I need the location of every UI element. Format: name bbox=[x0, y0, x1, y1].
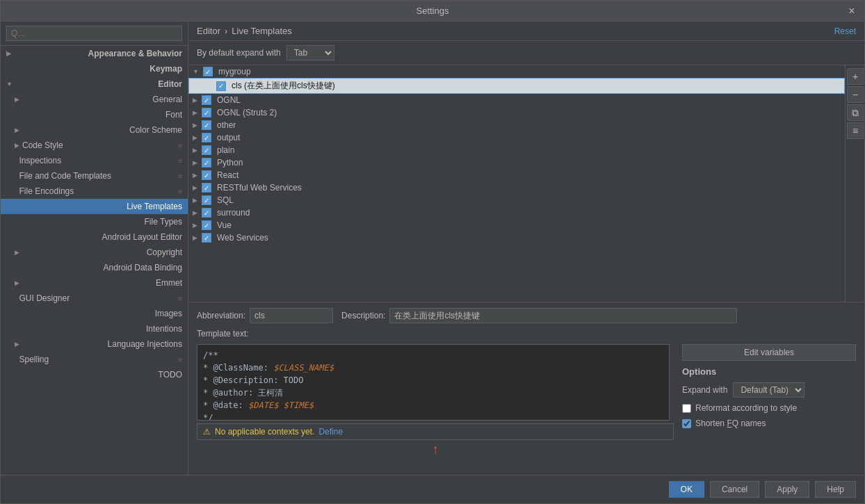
tree-expand-arrow: ▶ bbox=[193, 234, 197, 241]
sidebar-item-inspections[interactable]: Inspections≡ bbox=[1, 153, 188, 168]
sidebar-item-todo[interactable]: TODO bbox=[1, 367, 188, 382]
search-input[interactable] bbox=[6, 26, 182, 41]
sidebar-item-font[interactable]: Font bbox=[1, 107, 188, 122]
tree-item-RESTful_Web_Services[interactable]: ▶✓RESTful Web Services bbox=[188, 181, 845, 194]
tree-item-React[interactable]: ▶✓React bbox=[188, 169, 845, 181]
tree-item-other[interactable]: ▶✓other bbox=[188, 119, 845, 131]
tree-checkbox[interactable]: ✓ bbox=[202, 120, 211, 130]
tree-expand-arrow: ▶ bbox=[193, 209, 197, 216]
tree-checkbox[interactable]: ✓ bbox=[202, 145, 211, 155]
sidebar-item-general[interactable]: ▶General bbox=[1, 92, 188, 107]
tree-checkbox[interactable]: ✓ bbox=[202, 183, 211, 193]
tree-item-plain[interactable]: ▶✓plain bbox=[188, 144, 845, 156]
sidebar-item-appearance[interactable]: ▶Appearance & Behavior bbox=[1, 46, 188, 61]
remove-template-button[interactable]: − bbox=[847, 86, 864, 103]
tree-checkbox[interactable]: ✓ bbox=[202, 220, 211, 230]
abbr-desc-row: Abbreviation: Description: bbox=[197, 308, 856, 323]
sidebar-item-label: General bbox=[152, 95, 182, 104]
sidebar-item-live_templates[interactable]: Live Templates bbox=[1, 199, 188, 214]
sidebar-item-label: Font bbox=[165, 110, 182, 120]
sidebar-item-file_code_templates[interactable]: File and Code Templates≡ bbox=[1, 168, 188, 184]
sidebar-item-keymap[interactable]: Keymap bbox=[1, 61, 188, 76]
description-input[interactable] bbox=[389, 308, 737, 323]
sidebar-item-label: Editor bbox=[158, 79, 182, 89]
tree-checkbox[interactable]: ✓ bbox=[202, 158, 211, 168]
reset-button[interactable]: Reset bbox=[834, 26, 856, 36]
sidebar-item-editor[interactable]: ▼Editor bbox=[1, 76, 188, 92]
tree-checkbox[interactable]: ✓ bbox=[202, 208, 211, 218]
abbreviation-input[interactable] bbox=[250, 308, 333, 323]
sidebar-item-lang_injections[interactable]: ▶Language Injections bbox=[1, 336, 188, 352]
expand-row: By default expand with Tab Enter Space bbox=[188, 41, 864, 65]
define-link[interactable]: Define bbox=[318, 427, 343, 437]
cancel-button[interactable]: Cancel bbox=[710, 481, 759, 498]
sidebar-item-gui_designer[interactable]: GUI Designer≡ bbox=[1, 291, 188, 306]
tree-toolbar: + − ⧉ ≡ bbox=[845, 65, 864, 302]
tree-item-cls[interactable]: ▶✓cls (在类上面使用cls快捷键) bbox=[188, 78, 845, 94]
tree-item-SQL[interactable]: ▶✓SQL bbox=[188, 194, 845, 206]
tree-item-label: RESTful Web Services bbox=[217, 183, 302, 193]
tree-expand-arrow: ▶ bbox=[193, 147, 197, 154]
reformat-checkbox[interactable] bbox=[682, 404, 691, 413]
sidebar-item-icon: ≡ bbox=[178, 295, 182, 302]
sidebar-item-code_style[interactable]: ▶Code Style≡ bbox=[1, 138, 188, 153]
sidebar-item-android_data[interactable]: Android Data Binding bbox=[1, 260, 188, 275]
tree-expand-arrow: ▶ bbox=[193, 97, 197, 104]
help-button[interactable]: Help bbox=[815, 481, 856, 498]
footer: OK Cancel Apply Help bbox=[1, 475, 864, 503]
sidebar-item-file_encodings[interactable]: File Encodings≡ bbox=[1, 184, 188, 199]
title-bar: Settings × bbox=[1, 1, 864, 22]
edit-variables-button[interactable]: Edit variables bbox=[682, 344, 856, 361]
sidebar-item-label: Color Scheme bbox=[129, 125, 182, 135]
apply-button[interactable]: Apply bbox=[765, 481, 809, 498]
move-template-button[interactable]: ≡ bbox=[847, 122, 864, 139]
sidebar-item-images[interactable]: Images bbox=[1, 306, 188, 321]
template-tree: ▼✓mygroup▶✓cls (在类上面使用cls快捷键)▶✓OGNL▶✓OGN… bbox=[188, 65, 845, 288]
tree-checkbox[interactable]: ✓ bbox=[202, 195, 211, 205]
sidebar-item-spelling[interactable]: Spelling≡ bbox=[1, 352, 188, 367]
tree-checkbox[interactable]: ✓ bbox=[202, 108, 211, 117]
tree-checkbox[interactable]: ✓ bbox=[203, 67, 213, 76]
tree-expand-arrow: ▶ bbox=[193, 184, 197, 191]
sidebar-item-file_types[interactable]: File Types bbox=[1, 214, 188, 229]
tree-item-output[interactable]: ▶✓output bbox=[188, 131, 845, 144]
tree-item-Vue[interactable]: ▶✓Vue bbox=[188, 219, 845, 231]
tree-item-OGNL_Struts2[interactable]: ▶✓OGNL (Struts 2) bbox=[188, 106, 845, 119]
tree-expand-arrow: ▶ bbox=[193, 122, 197, 129]
tree-checkbox[interactable]: ✓ bbox=[202, 133, 211, 143]
tree-checkbox[interactable]: ✓ bbox=[202, 95, 211, 105]
dialog-title: Settings bbox=[417, 6, 449, 16]
settings-dialog: Settings × ▶Appearance & Behavior Keymap… bbox=[0, 0, 865, 504]
breadcrumb: Editor › Live Templates bbox=[197, 26, 292, 36]
sidebar-item-intentions[interactable]: Intentions bbox=[1, 321, 188, 336]
sidebar-item-label: File and Code Templates bbox=[19, 171, 112, 181]
copy-template-button[interactable]: ⧉ bbox=[847, 104, 864, 121]
tree-item-Python[interactable]: ▶✓Python bbox=[188, 156, 845, 169]
warning-text: No applicable contexts yet. bbox=[215, 427, 314, 437]
ok-button[interactable]: OK bbox=[669, 481, 704, 498]
sidebar-item-label: File Types bbox=[145, 217, 182, 227]
shorten-eq-checkbox[interactable] bbox=[682, 419, 691, 428]
sidebar-item-label: Code Style bbox=[22, 140, 63, 150]
tree-expand-arrow: ▶ bbox=[193, 197, 197, 204]
expand-select[interactable]: Tab Enter Space bbox=[286, 45, 334, 60]
tree-checkbox[interactable]: ✓ bbox=[202, 233, 211, 243]
expand-with-select[interactable]: Default (Tab) Tab Enter Space bbox=[733, 382, 805, 398]
sidebar-item-copyright[interactable]: ▶Copyright bbox=[1, 245, 188, 260]
tree-item-OGNL[interactable]: ▶✓OGNL bbox=[188, 94, 845, 106]
sidebar-item-label: Appearance & Behavior bbox=[88, 49, 182, 58]
tree-checkbox[interactable]: ✓ bbox=[216, 81, 226, 91]
tree-item-mygroup[interactable]: ▼✓mygroup bbox=[188, 65, 845, 78]
shorten-eq-option: Shorten FQ names bbox=[682, 418, 856, 428]
close-button[interactable]: × bbox=[845, 4, 859, 18]
options-panel: Edit variables Options Expand with Defau… bbox=[682, 344, 856, 428]
sidebar-item-emmet[interactable]: ▶Emmet bbox=[1, 275, 188, 291]
template-code-area[interactable]: /** * @ClassName: $CLASS_NAME$ * @Descri… bbox=[197, 344, 670, 421]
sidebar-item-color_scheme[interactable]: ▶Color Scheme bbox=[1, 122, 188, 138]
tree-item-Web_Services[interactable]: ▶✓Web Services bbox=[188, 231, 845, 244]
sidebar-item-android_layout[interactable]: Android Layout Editor bbox=[1, 229, 188, 245]
add-template-button[interactable]: + bbox=[847, 68, 864, 85]
tree-checkbox[interactable]: ✓ bbox=[202, 170, 211, 180]
sidebar-item-label: Android Data Binding bbox=[104, 263, 182, 273]
tree-item-surround[interactable]: ▶✓surround bbox=[188, 206, 845, 219]
